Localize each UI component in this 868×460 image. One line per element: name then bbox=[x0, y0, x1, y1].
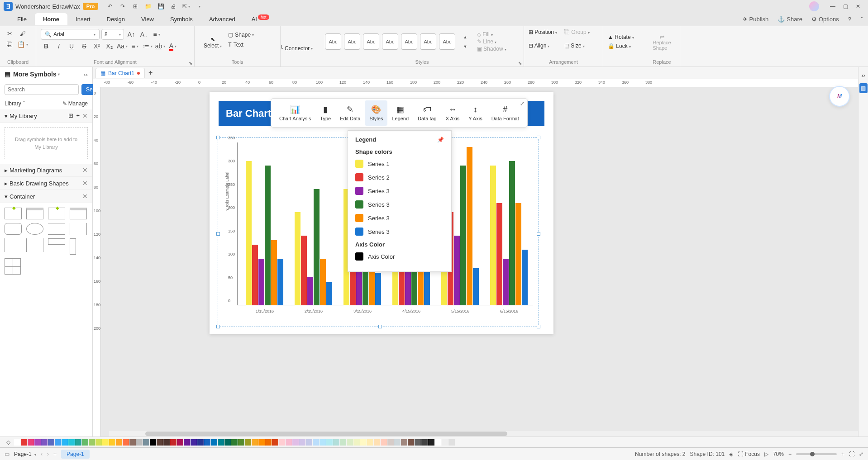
bar[interactable] bbox=[258, 259, 264, 305]
style-preset-1[interactable]: Abc bbox=[325, 33, 341, 50]
manage-button[interactable]: ✎ Manage bbox=[62, 100, 88, 107]
color-swatch[interactable] bbox=[299, 439, 305, 446]
page-dropdown[interactable]: Page-1 ▾ bbox=[14, 451, 36, 457]
color-swatch[interactable] bbox=[48, 439, 54, 446]
color-swatch[interactable] bbox=[333, 439, 339, 446]
handle-tr[interactable] bbox=[537, 136, 540, 139]
bar[interactable] bbox=[503, 259, 509, 305]
style-preset-4[interactable]: Abc bbox=[382, 33, 398, 50]
menu-ai[interactable]: AIhot bbox=[243, 13, 277, 25]
handle-mb[interactable] bbox=[378, 325, 382, 328]
series-row-2[interactable]: Series 3 bbox=[355, 187, 444, 195]
bar[interactable] bbox=[490, 166, 496, 305]
strike-button[interactable]: S bbox=[79, 42, 90, 51]
chart-toolbar-data-tag[interactable]: 🏷Data tag bbox=[413, 100, 441, 126]
bar[interactable] bbox=[460, 166, 466, 305]
subscript-button[interactable]: X₂ bbox=[104, 42, 115, 51]
right-panel-chart-icon[interactable]: ▥ bbox=[859, 83, 868, 93]
color-swatch[interactable] bbox=[143, 439, 149, 446]
focus-button[interactable]: ⛶ Focus bbox=[738, 451, 760, 457]
play-button[interactable]: ▷ bbox=[764, 451, 768, 457]
color-swatch[interactable] bbox=[21, 439, 27, 446]
italic-button[interactable]: I bbox=[53, 42, 64, 51]
symbol-search-input[interactable] bbox=[5, 84, 79, 95]
maximize-button[interactable]: ▢ bbox=[839, 2, 852, 11]
color-swatch[interactable] bbox=[347, 439, 353, 446]
font-select[interactable]: 🔍 Arial▾ bbox=[41, 29, 100, 40]
color-swatch[interactable] bbox=[109, 439, 115, 446]
library-dropdown[interactable]: Library ˄ bbox=[5, 100, 25, 107]
color-swatch[interactable] bbox=[150, 439, 156, 446]
color-swatch[interactable] bbox=[211, 439, 217, 446]
menu-view[interactable]: View bbox=[133, 13, 162, 25]
series-swatch[interactable] bbox=[355, 214, 363, 222]
styles-up[interactable]: ▲ bbox=[460, 33, 471, 42]
color-swatch[interactable] bbox=[265, 439, 272, 446]
style-preset-5[interactable]: Abc bbox=[401, 33, 417, 50]
color-swatch[interactable] bbox=[75, 439, 81, 446]
chart-toolbar-x-axis[interactable]: ↔X Axis bbox=[441, 100, 464, 126]
color-swatch[interactable] bbox=[442, 439, 448, 446]
style-preset-7[interactable]: Abc bbox=[439, 33, 455, 50]
paste-button[interactable]: 📋▾ bbox=[17, 40, 28, 49]
color-swatch[interactable] bbox=[340, 439, 346, 446]
page-tab[interactable]: Page-1 bbox=[61, 450, 90, 459]
copy-button[interactable]: ⿻ bbox=[5, 40, 15, 49]
bullets-button[interactable]: ≔▾ bbox=[142, 42, 153, 51]
shape-thumb[interactable] bbox=[70, 208, 87, 219]
handle-br[interactable] bbox=[537, 325, 540, 328]
color-swatch[interactable] bbox=[448, 439, 455, 446]
align-tool-button[interactable]: ⊟ Align▾ bbox=[529, 43, 563, 54]
series-swatch[interactable] bbox=[355, 200, 363, 209]
horizontal-scrollbar[interactable] bbox=[109, 431, 858, 436]
color-swatch[interactable] bbox=[367, 439, 373, 446]
color-swatch[interactable] bbox=[28, 439, 34, 446]
bar[interactable] bbox=[320, 259, 326, 305]
bar[interactable] bbox=[522, 250, 528, 305]
styles-launcher[interactable]: ⬊ bbox=[518, 61, 522, 66]
styles-down[interactable]: ▼ bbox=[460, 42, 471, 51]
zoom-slider[interactable] bbox=[796, 453, 837, 455]
color-swatch[interactable] bbox=[374, 439, 380, 446]
color-swatch[interactable] bbox=[292, 439, 299, 446]
series-swatch[interactable] bbox=[355, 173, 363, 181]
replace-shape-button[interactable]: ⮂ Replace Shape bbox=[649, 29, 675, 56]
add-page-button[interactable]: + bbox=[53, 451, 57, 457]
chart-toolbar-y-axis[interactable]: ↕Y Axis bbox=[464, 100, 486, 126]
drag-zone[interactable]: Drag symbols here to add to My Library bbox=[5, 127, 88, 159]
shape-thumb[interactable] bbox=[70, 223, 87, 235]
shape-tool[interactable]: ▢ Shape▾ bbox=[228, 29, 254, 41]
handle-bl[interactable] bbox=[216, 325, 220, 328]
color-swatch[interactable] bbox=[401, 439, 407, 446]
close-container[interactable]: ✕ bbox=[82, 193, 88, 200]
chart-toolbar-edit-data[interactable]: ✎Edit Data bbox=[335, 100, 365, 126]
font-color-button[interactable]: A▾ bbox=[167, 42, 178, 51]
align-button[interactable]: ≡▾ bbox=[151, 30, 162, 39]
fit-page-button[interactable]: ⛶ bbox=[849, 451, 854, 457]
undo-button[interactable]: ↶ bbox=[105, 2, 115, 11]
connector-tool[interactable]: ╰ Connector▾ bbox=[280, 43, 316, 54]
color-swatch[interactable] bbox=[204, 439, 210, 446]
open-button[interactable]: 📁 bbox=[143, 2, 153, 11]
shape-thumb[interactable] bbox=[5, 238, 22, 252]
qat-more[interactable]: ▾ bbox=[193, 2, 204, 11]
color-swatch[interactable] bbox=[306, 439, 312, 446]
shape-thumb[interactable] bbox=[26, 223, 43, 235]
shape-thumb[interactable] bbox=[5, 223, 22, 235]
color-swatch[interactable] bbox=[41, 439, 48, 446]
share-button[interactable]: ⚓ Share bbox=[773, 16, 807, 23]
ai-assistant-badge[interactable]: M bbox=[829, 86, 850, 107]
color-swatch[interactable] bbox=[157, 439, 163, 446]
axis-color-swatch[interactable] bbox=[355, 252, 363, 261]
handle-ml[interactable] bbox=[216, 232, 220, 236]
handle-tl[interactable] bbox=[216, 136, 220, 139]
series-swatch[interactable] bbox=[355, 187, 363, 195]
color-swatch[interactable] bbox=[163, 439, 170, 446]
right-panel-expand[interactable]: ›› bbox=[859, 71, 868, 81]
text-tool[interactable]: T Text bbox=[228, 42, 243, 48]
menu-design[interactable]: Design bbox=[99, 13, 133, 25]
collapse-ribbon[interactable]: ˄ bbox=[856, 16, 868, 23]
style-preset-3[interactable]: Abc bbox=[363, 33, 379, 50]
color-swatch[interactable] bbox=[82, 439, 88, 446]
bar[interactable] bbox=[307, 277, 313, 305]
